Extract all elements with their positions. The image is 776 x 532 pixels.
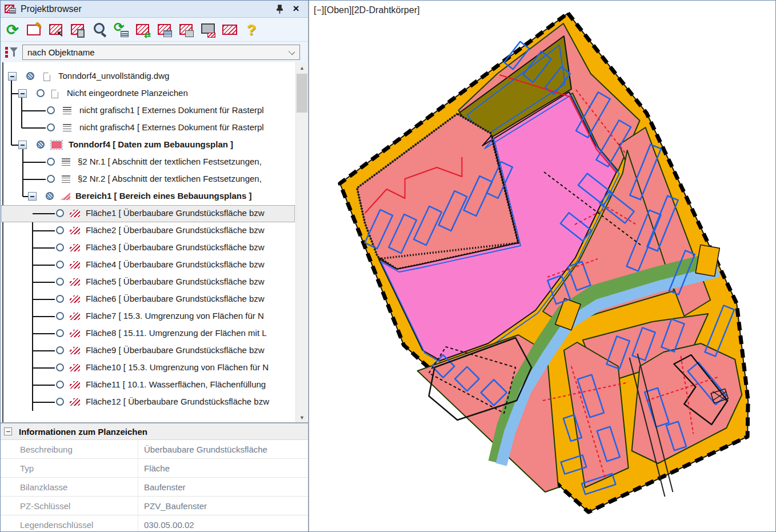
tree-item-label: §2 Nr.2 [ Abschnitt der textlichen Fests… <box>78 174 262 183</box>
visibility-icon[interactable] <box>56 278 64 286</box>
info-row-label: Bilanzklasse <box>1 482 138 492</box>
tree-item-label: §2 Nr.1 [ Abschnitt der textlichen Fests… <box>78 157 262 166</box>
refresh-icon: ⟳ <box>6 22 19 37</box>
flaeche-hatch-icon <box>70 244 80 251</box>
tree-item-14[interactable]: Fläche6 [ Überbaubare Grundstücksfläche … <box>1 291 295 308</box>
info-row-label: PZ-Schlüssel <box>1 501 138 511</box>
pin-icon[interactable] <box>274 3 285 15</box>
tree-item-20[interactable]: Fläche12 [ Überbaubare Grundstücksfläche… <box>1 394 295 411</box>
filter-dropdown[interactable]: nach Objektname <box>22 45 300 60</box>
collapse-icon[interactable] <box>4 427 12 435</box>
visibility-icon[interactable] <box>47 158 55 166</box>
help-button[interactable]: ? <box>243 21 260 39</box>
close-icon[interactable]: × <box>290 2 302 15</box>
flaeche-hatch-icon <box>70 347 80 354</box>
tree-connector <box>33 282 55 283</box>
tree-item-17[interactable]: Fläche9 [ Überbaubare Grundstücksfläche … <box>1 342 295 359</box>
application-window: Projektbrowser × ⟳✎↖⟳⇄? nach Objektname … <box>0 0 776 532</box>
visibility-icon[interactable] <box>47 175 55 183</box>
visibility-icon[interactable] <box>56 243 64 251</box>
tree-item-3[interactable]: nicht grafisch1 [ Externes Dokument für … <box>1 102 295 119</box>
refresh-list-icon: ⟳ <box>114 21 124 34</box>
viewport-controls-label[interactable]: [−][Oben][2D-Drahtkörper] <box>314 5 419 15</box>
visibility-icon[interactable] <box>56 261 64 269</box>
visibility-icon[interactable] <box>56 226 64 234</box>
tree-item-19[interactable]: Fläche11 [ 10.1. Wasserflächen, Flächenf… <box>1 377 295 394</box>
visibility-icon[interactable] <box>56 329 64 337</box>
visibility-icon[interactable] <box>56 209 64 217</box>
tree-item-1[interactable]: Tonndorf4_unvollständig.dwg <box>1 68 295 85</box>
document-icon <box>43 73 50 81</box>
tree-item-label: Fläche12 [ Überbaubare Grundstücksfläche… <box>86 397 269 406</box>
text-section-icon <box>63 124 71 131</box>
visibility-icon[interactable] <box>56 363 64 371</box>
refresh-button[interactable]: ⟳ <box>4 21 21 39</box>
document-icon <box>51 90 58 98</box>
visibility-icon[interactable] <box>47 106 55 114</box>
tree-item-15[interactable]: Fläche7 [ 15.3. Umgrenzung von Flächen f… <box>1 308 295 325</box>
scroll-up-icon[interactable]: ▲ <box>296 62 308 74</box>
planzeichen-layer-button[interactable] <box>178 21 195 39</box>
tree-item-label: Tonndorf4 [ Daten zum Bebauungsplan ] <box>69 139 233 149</box>
tree-item-16[interactable]: Fläche8 [ 15.11. Umgrenzung der Flächen … <box>1 325 295 342</box>
tree-item-7[interactable]: §2 Nr.2 [ Abschnitt der textlichen Fests… <box>1 171 295 188</box>
visibility-icon[interactable] <box>56 295 64 303</box>
tree-item-18[interactable]: Fläche10 [ 15.3. Umgrenzung von Flächen … <box>1 359 295 377</box>
scroll-down-icon[interactable]: ▼ <box>296 412 308 423</box>
tree-item-label: Fläche9 [ Überbaubare Grundstücksfläche … <box>86 345 265 355</box>
visibility-icon[interactable] <box>47 123 55 131</box>
tree-item-2[interactable]: Nicht eingeordnete Planzeichen <box>1 85 295 102</box>
visibility-icon[interactable] <box>26 72 34 80</box>
planzeichen-info-panel: Informationen zum Planzeichen Beschreibu… <box>1 422 308 532</box>
visibility-icon[interactable] <box>56 312 64 320</box>
expander-icon[interactable] <box>28 192 37 201</box>
scrollbar-thumb[interactable] <box>297 74 307 113</box>
tree-connector <box>22 110 46 111</box>
tree-item-label: Fläche2 [ Überbaubare Grundstücksfläche … <box>86 225 265 235</box>
drawing-viewport[interactable]: [−][Oben][2D-Drahtkörper] <box>310 1 776 532</box>
filter-row: nach Objektname <box>1 42 308 62</box>
info-table: BeschreibungÜberbaubare Grundstücksfläch… <box>1 440 308 532</box>
project-tree[interactable]: Tonndorf4_unvollständig.dwgNicht eingeor… <box>1 62 295 423</box>
zoom-to-button[interactable] <box>91 21 108 39</box>
visibility-icon[interactable] <box>37 89 45 97</box>
visibility-icon[interactable] <box>56 398 64 406</box>
tree-item-11[interactable]: Fläche3 [ Überbaubare Grundstücksfläche … <box>1 239 295 257</box>
tree-item-8[interactable]: Bereich1 [ Bereich eines Bebauungsplans … <box>1 188 295 205</box>
visibility-icon[interactable] <box>56 381 64 389</box>
edit-pencil-icon: ✎ <box>35 21 42 30</box>
tree-item-5[interactable]: Tonndorf4 [ Daten zum Bebauungsplan ] <box>1 137 295 154</box>
expander-icon[interactable] <box>18 89 27 98</box>
tree-item-label: Fläche4 [ Überbaubare Grundstücksfläche … <box>86 259 265 269</box>
tree-item-label: Fläche6 [ Überbaubare Grundstücksfläche … <box>86 294 265 303</box>
tree-item-9[interactable]: Fläche1 [ Überbaubare Grundstücksfläche … <box>1 205 295 222</box>
map-canvas[interactable] <box>310 1 776 532</box>
info-row: BeschreibungÜberbaubare Grundstücksfläch… <box>1 440 308 459</box>
expander-icon[interactable] <box>18 141 27 149</box>
update-attributes-button[interactable]: ⟳ <box>113 21 130 39</box>
tree-connector <box>33 213 55 214</box>
visibility-icon[interactable] <box>37 141 45 149</box>
visibility-icon[interactable] <box>56 346 64 354</box>
display-settings-button[interactable] <box>199 21 217 39</box>
filter-funnel-icon[interactable] <box>5 46 18 58</box>
tree-scrollbar[interactable]: ▲ ▼ <box>295 62 307 423</box>
delete-planzeichen-button[interactable] <box>69 21 86 39</box>
expander-icon[interactable] <box>8 72 17 81</box>
tree-item-13[interactable]: Fläche5 [ Überbaubare Grundstücksfläche … <box>1 274 295 291</box>
visibility-icon[interactable] <box>46 192 54 200</box>
tree-item-label: Fläche3 [ Überbaubare Grundstücksfläche … <box>86 242 265 252</box>
select-planzeichen-button[interactable]: ↖ <box>47 21 65 39</box>
legend-button[interactable] <box>221 21 238 39</box>
tree-connector <box>22 127 46 129</box>
copy-planzeichen-button[interactable] <box>156 21 173 39</box>
regenerate-planzeichen-button[interactable]: ⇄ <box>134 21 151 39</box>
panel-titlebar: Projektbrowser × <box>1 1 308 18</box>
edit-button[interactable]: ✎ <box>26 21 43 39</box>
info-row: BilanzklasseBaufenster <box>1 478 308 497</box>
tree-item-12[interactable]: Fläche4 [ Überbaubare Grundstücksfläche … <box>1 257 295 274</box>
tree-item-4[interactable]: nicht grafisch4 [ Externes Dokument für … <box>1 119 295 137</box>
tree-item-6[interactable]: §2 Nr.1 [ Abschnitt der textlichen Fests… <box>1 154 295 171</box>
tree-item-10[interactable]: Fläche2 [ Überbaubare Grundstücksfläche … <box>1 222 295 239</box>
toolbar: ⟳✎↖⟳⇄? <box>1 18 308 42</box>
